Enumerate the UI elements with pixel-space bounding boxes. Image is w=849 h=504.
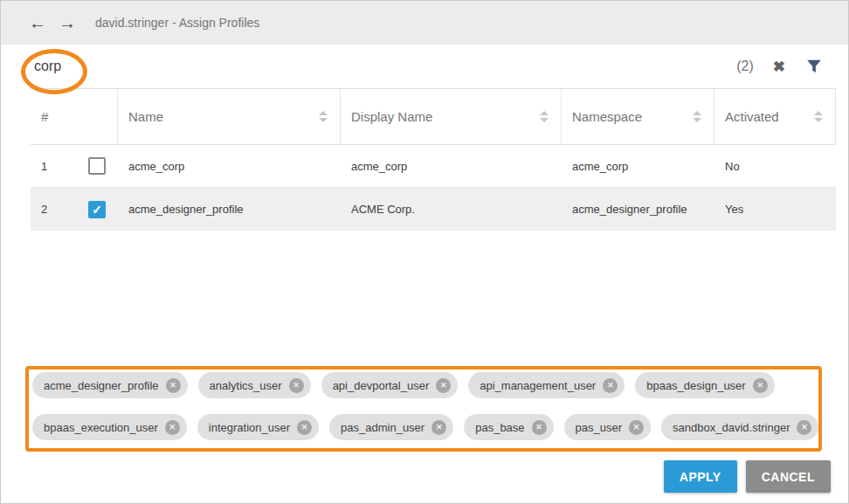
profile-chip[interactable]: analytics_user✕ xyxy=(198,372,311,398)
profile-chip[interactable]: acme_designer_profile✕ xyxy=(32,372,188,398)
profile-chip[interactable]: api_devportal_user✕ xyxy=(321,372,459,398)
clear-filter-icon[interactable]: ✖ xyxy=(773,58,785,76)
search-input[interactable]: corp xyxy=(31,59,736,74)
profiles-table: # Name Display Name Namespace Activated … xyxy=(31,89,836,231)
back-arrow-icon[interactable]: ← xyxy=(29,14,46,31)
search-bar: corp (2) ✖ xyxy=(31,45,836,89)
table-row[interactable]: 1 acme_corp acme_corp acme_corp No xyxy=(31,145,836,188)
chip-label: acme_designer_profile xyxy=(44,379,159,392)
chip-row: acme_designer_profile✕analytics_user✕api… xyxy=(32,372,831,398)
chip-label: pas_admin_user xyxy=(341,421,424,434)
table-row[interactable]: 2 ✓ acme_designer_profile ACME Corp. acm… xyxy=(31,188,836,231)
chip-remove-icon[interactable]: ✕ xyxy=(289,378,304,393)
cell-index: 2 ✓ xyxy=(31,188,118,231)
chip-remove-icon[interactable]: ✕ xyxy=(797,420,811,435)
profile-chip[interactable]: bpaas_design_user✕ xyxy=(635,372,774,398)
chip-remove-icon[interactable]: ✕ xyxy=(753,378,768,393)
cell-namespace: acme_corp xyxy=(562,145,714,187)
cell-display-name: acme_corp xyxy=(341,145,562,187)
profile-chip[interactable]: pas_user✕ xyxy=(564,414,651,440)
chip-label: integration_user xyxy=(209,421,290,434)
header-label: Display Name xyxy=(351,109,432,124)
row-checkbox[interactable] xyxy=(88,157,106,175)
chip-remove-icon[interactable]: ✕ xyxy=(165,420,180,435)
profile-chip[interactable]: bpaas_execution_user✕ xyxy=(32,414,187,440)
chip-remove-icon[interactable]: ✕ xyxy=(629,420,644,435)
header-display-name[interactable]: Display Name xyxy=(341,89,562,144)
chip-label: bpaas_execution_user xyxy=(44,421,158,434)
chip-label: sandbox_david.stringer xyxy=(673,421,790,434)
cancel-button[interactable]: CANCEL xyxy=(746,460,831,493)
sort-icon[interactable] xyxy=(693,111,701,122)
sort-icon[interactable] xyxy=(814,111,823,122)
dialog-footer: APPLY CANCEL xyxy=(1,460,848,493)
cell-namespace: acme_designer_profile xyxy=(562,188,714,231)
chip-remove-icon[interactable]: ✕ xyxy=(297,420,312,435)
chip-label: pas_user xyxy=(576,421,622,434)
cell-name: acme_corp xyxy=(118,145,341,187)
cell-name: acme_designer_profile xyxy=(118,188,341,231)
header-label: Namespace xyxy=(572,109,642,124)
row-checkbox[interactable]: ✓ xyxy=(88,201,106,218)
cell-activated: Yes xyxy=(714,188,836,231)
cell-index: 1 xyxy=(31,145,118,187)
chip-label: analytics_user xyxy=(210,379,282,392)
chip-label: bpaas_design_user xyxy=(646,379,745,392)
cell-activated: No xyxy=(714,145,836,187)
header-name[interactable]: Name xyxy=(118,89,341,144)
profile-chip[interactable]: pas_base✕ xyxy=(464,414,553,440)
table-header: # Name Display Name Namespace Activated xyxy=(31,89,836,145)
header-label: Activated xyxy=(725,109,779,124)
chip-remove-icon[interactable]: ✕ xyxy=(436,378,451,393)
chip-row: bpaas_execution_user✕integration_user✕pa… xyxy=(32,414,831,440)
dialog-title: david.stringer - Assign Profiles xyxy=(95,16,259,30)
cell-display-name: ACME Corp. xyxy=(341,188,562,231)
profile-chip[interactable]: api_management_user✕ xyxy=(468,372,625,398)
sort-icon[interactable] xyxy=(540,111,549,122)
chip-remove-icon[interactable]: ✕ xyxy=(166,378,181,393)
search-controls: (2) ✖ xyxy=(736,57,836,76)
assigned-profiles-chips: acme_designer_profile✕analytics_user✕api… xyxy=(32,372,831,440)
header-label: # xyxy=(41,109,48,124)
profile-chip[interactable]: sandbox_david.stringer✕ xyxy=(661,414,818,440)
header-index: # xyxy=(31,89,118,144)
profile-chip[interactable]: integration_user✕ xyxy=(197,414,319,440)
chip-label: pas_base xyxy=(475,421,524,434)
header-namespace[interactable]: Namespace xyxy=(562,89,714,144)
forward-arrow-icon[interactable]: → xyxy=(59,14,76,31)
filter-icon[interactable] xyxy=(804,57,824,76)
chip-remove-icon[interactable]: ✕ xyxy=(431,420,446,435)
titlebar: ← → david.stringer - Assign Profiles xyxy=(1,1,848,45)
chip-label: api_management_user xyxy=(480,379,596,392)
chip-label: api_devportal_user xyxy=(333,379,430,392)
row-number: 1 xyxy=(41,160,88,173)
result-count: (2) xyxy=(736,59,754,74)
assign-profiles-dialog: ← → david.stringer - Assign Profiles cor… xyxy=(0,0,849,504)
chip-remove-icon[interactable]: ✕ xyxy=(532,420,547,435)
apply-button[interactable]: APPLY xyxy=(664,460,737,493)
sort-icon[interactable] xyxy=(319,111,328,122)
header-activated[interactable]: Activated xyxy=(714,89,836,144)
row-number: 2 xyxy=(41,203,88,216)
profile-chip[interactable]: pas_admin_user✕ xyxy=(329,414,453,440)
chip-remove-icon[interactable]: ✕ xyxy=(603,378,618,393)
header-label: Name xyxy=(128,109,163,124)
